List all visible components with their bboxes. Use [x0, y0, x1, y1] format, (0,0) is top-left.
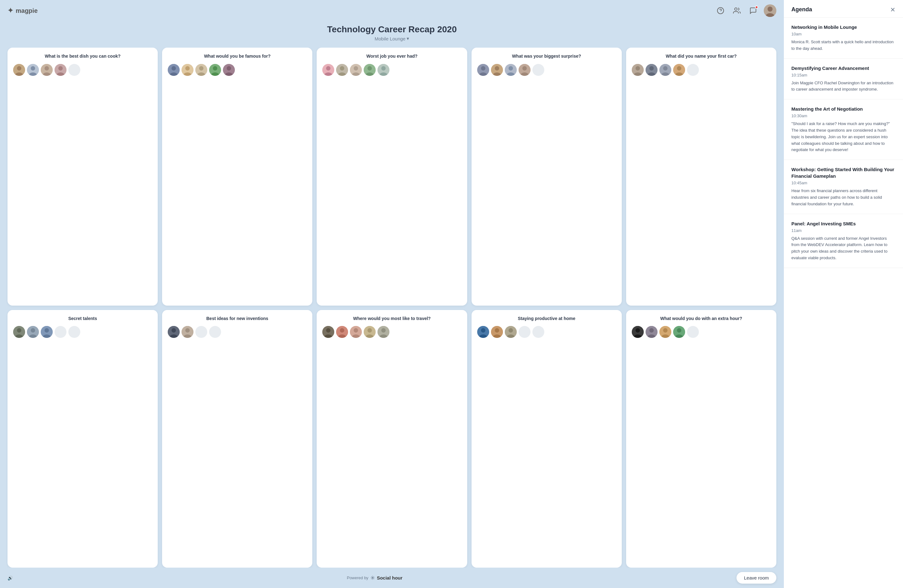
card-title: Best ideas for new inventions: [168, 316, 307, 322]
card-title: What did you name your first car?: [632, 53, 771, 60]
card-new-inventions[interactable]: Best ideas for new inventions: [162, 310, 312, 568]
avatar: [41, 64, 53, 76]
card-title: Where would you most like to travel?: [322, 316, 461, 322]
avatar: [519, 64, 530, 76]
card-avatars: [168, 326, 307, 338]
avatar: [322, 326, 334, 338]
agenda-item-2: Demystifying Career Advancement 10:15am …: [784, 59, 903, 100]
avatar: [491, 326, 503, 338]
agenda-item-4: Workshop: Getting Started With Building …: [784, 160, 903, 214]
card-travel[interactable]: Where would you most like to travel?: [317, 310, 467, 568]
agenda-item-time: 10am: [791, 31, 895, 36]
avatar: [646, 326, 658, 338]
svg-point-58: [522, 66, 527, 71]
svg-point-70: [677, 66, 681, 71]
audio-control[interactable]: 🔊: [8, 575, 13, 580]
avatar-placeholder: [55, 326, 66, 338]
card-productive-home[interactable]: Staying productive at home: [472, 310, 622, 568]
svg-point-34: [326, 66, 330, 71]
avatar: [223, 64, 235, 76]
avatar: [673, 326, 685, 338]
avatar-placeholder: [519, 326, 530, 338]
agenda-item-title: Workshop: Getting Started With Building …: [791, 166, 895, 179]
main-area: ✦ magpie: [0, 0, 784, 588]
card-worst-job[interactable]: Worst job you ever had?: [317, 48, 467, 306]
card-avatars: [632, 326, 771, 338]
svg-point-82: [171, 328, 176, 333]
event-title: Technology Career Recap 2020: [0, 24, 784, 35]
card-title: Staying productive at home: [477, 316, 616, 322]
agenda-header: Agenda ✕: [784, 0, 903, 17]
help-button[interactable]: [715, 5, 726, 16]
agenda-body: Networking in Mobile Lounge 10am Monica …: [784, 17, 903, 588]
card-famous-for[interactable]: What would you be famous for?: [162, 48, 312, 306]
avatar-placeholder: [195, 326, 207, 338]
card-avatars: [477, 64, 616, 76]
avatar: [195, 64, 207, 76]
avatar: [659, 326, 671, 338]
agenda-item-title: Mastering the Art of Negotiation: [791, 105, 895, 112]
svg-point-94: [354, 328, 358, 333]
card-biggest-surprise[interactable]: What was your biggest surprise?: [472, 48, 622, 306]
event-subtitle[interactable]: Mobile Lounge ▾: [0, 36, 784, 41]
agenda-item-time: 10:45am: [791, 181, 895, 185]
card-best-dish[interactable]: What is the best dish you can cook?: [8, 48, 158, 306]
avatar: [378, 64, 389, 76]
card-title: What would you be famous for?: [168, 53, 307, 60]
svg-point-121: [677, 328, 681, 333]
card-avatars: [13, 326, 152, 338]
avatar: [364, 326, 376, 338]
avatar: [350, 326, 362, 338]
user-avatar[interactable]: [764, 5, 776, 17]
svg-point-103: [481, 328, 485, 333]
avatar: [181, 64, 194, 76]
speaker-icon: 🔊: [8, 575, 13, 580]
agenda-item-desc: "Should I ask for a raise? How much are …: [791, 121, 895, 153]
card-secret-talents[interactable]: Secret talents: [8, 310, 158, 568]
card-title: Secret talents: [13, 316, 152, 322]
avatar: [181, 326, 194, 338]
avatar: [477, 64, 489, 76]
avatar-placeholder: [532, 326, 544, 338]
svg-point-118: [663, 328, 667, 333]
logo: ✦ magpie: [8, 6, 38, 15]
avatar: [350, 64, 362, 76]
avatar: [646, 64, 658, 76]
avatar: [209, 64, 221, 76]
card-title: What would you do with an extra hour?: [632, 316, 771, 322]
agenda-item-1: Networking in Mobile Lounge 10am Monica …: [784, 17, 903, 59]
svg-point-7: [17, 66, 21, 71]
chat-button[interactable]: [747, 5, 759, 16]
people-button[interactable]: [731, 5, 743, 16]
card-avatars: [322, 326, 461, 338]
svg-point-19: [171, 66, 176, 71]
leave-room-button[interactable]: Leave room: [736, 572, 776, 583]
agenda-item-title: Demystifying Career Advancement: [791, 65, 895, 71]
svg-point-76: [31, 328, 35, 333]
avatar: [673, 64, 685, 76]
svg-point-97: [368, 328, 372, 333]
svg-point-61: [636, 66, 640, 71]
subtitle-arrow: ▾: [407, 36, 409, 41]
close-agenda-button[interactable]: ✕: [890, 6, 895, 13]
agenda-item-time: 11am: [791, 228, 895, 233]
avatar: [13, 326, 25, 338]
avatar: [378, 326, 389, 338]
card-extra-hour[interactable]: What would you do with an extra hour?: [626, 310, 776, 568]
card-first-car[interactable]: What did you name your first car?: [626, 48, 776, 306]
svg-point-28: [213, 66, 217, 71]
svg-point-88: [326, 328, 330, 333]
svg-point-112: [636, 328, 640, 333]
svg-point-16: [58, 66, 63, 71]
svg-point-109: [508, 328, 513, 333]
avatar: [491, 64, 503, 76]
agenda-item-title: Networking in Mobile Lounge: [791, 24, 895, 30]
svg-point-10: [31, 66, 35, 71]
svg-point-64: [649, 66, 654, 71]
agenda-item-time: 10:15am: [791, 73, 895, 77]
subtitle-text: Mobile Lounge: [375, 36, 406, 41]
avatar: [41, 326, 53, 338]
agenda-item-desc: Join Magpie CFO Rachel Downington for an…: [791, 80, 895, 93]
svg-point-37: [340, 66, 344, 71]
svg-point-46: [381, 66, 385, 71]
